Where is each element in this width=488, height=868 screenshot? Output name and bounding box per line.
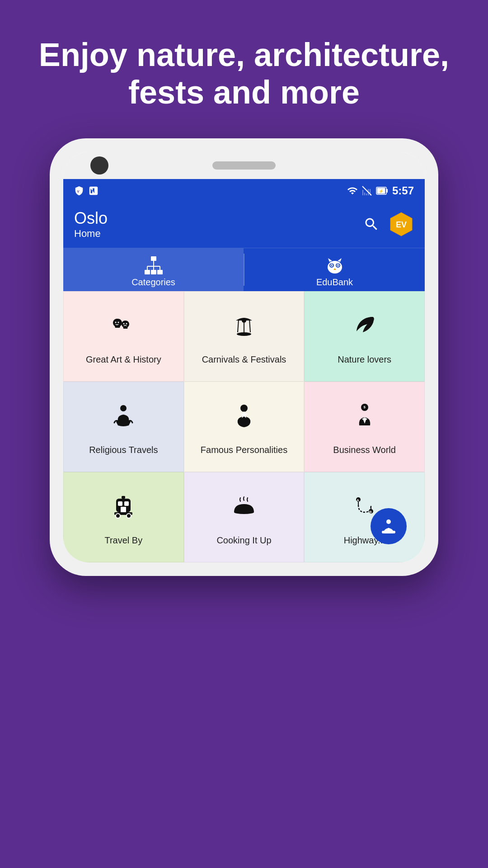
famous-person-icon: [230, 402, 258, 435]
category-cell-travel[interactable]: Travel By: [63, 472, 184, 562]
category-cell-business[interactable]: $ Business World: [304, 382, 425, 472]
categories-icon: [144, 255, 164, 275]
svg-line-36: [249, 320, 250, 332]
tab-categories[interactable]: Categories: [63, 248, 244, 291]
dish-icon: [230, 492, 258, 525]
art-masks-icon: [109, 311, 138, 344]
svg-point-39: [240, 405, 248, 412]
leaf-icon: [350, 311, 379, 344]
svg-text:V: V: [77, 189, 79, 193]
category-label-famous: Famous Personalities: [201, 444, 287, 456]
edubank-icon: [325, 255, 345, 275]
phone-sensor: [380, 163, 398, 168]
category-label-nature: Nature lovers: [338, 354, 391, 365]
n-icon: [89, 186, 99, 196]
status-bar: V: [63, 179, 425, 203]
category-label-business: Business World: [333, 444, 396, 456]
svg-text:EV: EV: [396, 220, 407, 229]
app-subtitle: Home: [74, 228, 108, 240]
businessman-icon: $: [350, 402, 379, 435]
category-grid: Great Art & History: [63, 291, 425, 562]
svg-point-31: [126, 323, 127, 325]
train-icon: [109, 492, 138, 525]
svg-point-57: [386, 519, 391, 524]
status-right-icons: ⚡ 5:57: [347, 184, 414, 197]
category-cell-great-art-history[interactable]: Great Art & History: [63, 291, 184, 382]
svg-rect-47: [121, 507, 126, 512]
category-label-travel: Travel By: [104, 534, 142, 546]
phone-speaker: [212, 161, 276, 170]
svg-rect-9: [151, 256, 156, 261]
category-cell-cooking[interactable]: Cooking It Up: [184, 472, 305, 562]
person-network-icon: [379, 516, 399, 536]
hero-text: Enjoy nature, architecture, fests and mo…: [0, 0, 488, 138]
svg-point-49: [116, 514, 120, 518]
tab-categories-label: Categories: [131, 277, 175, 288]
tab-edubank[interactable]: EduBank: [244, 248, 425, 291]
svg-point-23: [331, 264, 332, 266]
svg-point-28: [115, 322, 117, 323]
app-bar: Oslo Home EV: [63, 203, 425, 248]
svg-point-61: [393, 531, 395, 533]
svg-point-24: [337, 264, 338, 266]
category-cell-nature[interactable]: Nature lovers: [304, 291, 425, 382]
svg-rect-11: [151, 270, 156, 274]
svg-point-30: [123, 323, 125, 325]
category-cell-religious[interactable]: Religious Travels: [63, 382, 184, 472]
svg-point-29: [118, 322, 119, 323]
category-label-cooking: Cooking It Up: [216, 534, 271, 546]
svg-rect-12: [157, 270, 163, 274]
phone-camera: [90, 156, 108, 175]
tab-bar: Categories: [63, 248, 425, 291]
svg-text:A: A: [357, 498, 359, 502]
svg-text:⚡: ⚡: [379, 189, 384, 194]
svg-point-60: [382, 531, 385, 533]
category-label-religious: Religious Travels: [89, 444, 158, 456]
category-label-carnivals: Carnivals & Festivals: [202, 354, 286, 365]
svg-rect-46: [124, 501, 129, 506]
fab-button[interactable]: [371, 508, 407, 544]
svg-text:B: B: [369, 510, 372, 514]
buddha-icon: [109, 402, 138, 435]
category-label-great-art: Great Art & History: [86, 354, 161, 365]
battery-icon: ⚡: [376, 186, 389, 196]
shield-icon: V: [74, 186, 84, 196]
phone-screen: V: [63, 152, 425, 562]
ev-logo[interactable]: EV: [389, 212, 414, 237]
status-left-icons: V: [74, 186, 99, 196]
phone-shell: V: [50, 138, 438, 576]
svg-rect-5: [386, 189, 388, 193]
category-cell-carnivals[interactable]: Carnivals & Festivals: [184, 291, 305, 382]
app-name: Oslo: [74, 209, 108, 228]
phone-top-bar: [63, 152, 425, 179]
svg-text:$: $: [363, 405, 366, 409]
tab-edubank-label: EduBank: [316, 277, 353, 288]
svg-point-38: [120, 405, 127, 411]
category-cell-famous[interactable]: Famous Personalities: [184, 382, 305, 472]
svg-point-50: [127, 514, 131, 518]
svg-rect-45: [118, 501, 122, 506]
app-bar-icons: EV: [363, 212, 414, 237]
category-grid-container: Great Art & History: [63, 291, 425, 562]
search-icon[interactable]: [363, 216, 380, 232]
app-bar-title: Oslo Home: [74, 209, 108, 240]
svg-rect-10: [145, 270, 150, 274]
svg-line-34: [238, 320, 239, 332]
carousel-icon: [230, 311, 258, 344]
svg-point-37: [237, 332, 251, 336]
svg-point-18: [328, 261, 342, 274]
wifi-icon: [347, 185, 358, 196]
svg-rect-51: [122, 496, 125, 499]
status-time: 5:57: [392, 184, 414, 197]
category-cell-highway[interactable]: A B Highway...: [304, 472, 425, 562]
signal-icon: [361, 185, 372, 196]
